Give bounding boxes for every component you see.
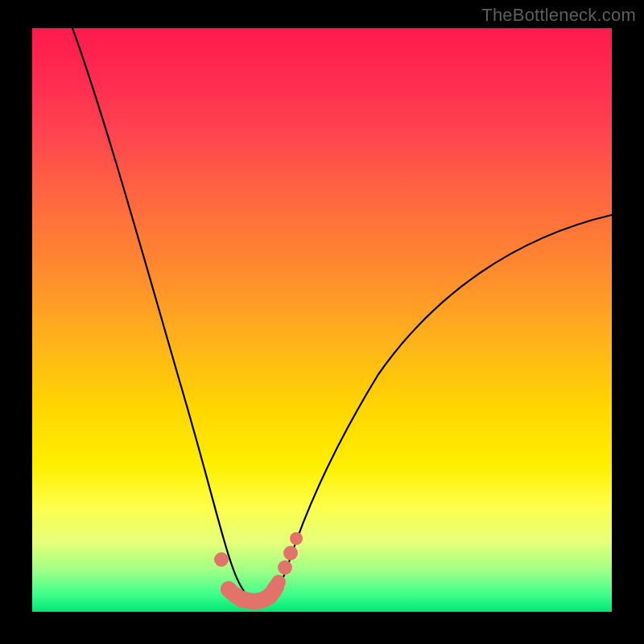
data-marker (278, 560, 292, 575)
bottleneck-curve-svg (32, 28, 612, 612)
data-marker (248, 593, 264, 609)
data-marker (271, 575, 286, 589)
data-marker (214, 552, 229, 567)
data-marker (233, 592, 250, 608)
bottleneck-curve (72, 28, 612, 602)
watermark-text: TheBottleneck.com (481, 5, 636, 26)
data-marker (221, 581, 237, 597)
data-marker (290, 532, 303, 545)
data-marker (262, 588, 278, 605)
data-marker (283, 546, 298, 560)
chart-frame: TheBottleneck.com (0, 0, 644, 644)
